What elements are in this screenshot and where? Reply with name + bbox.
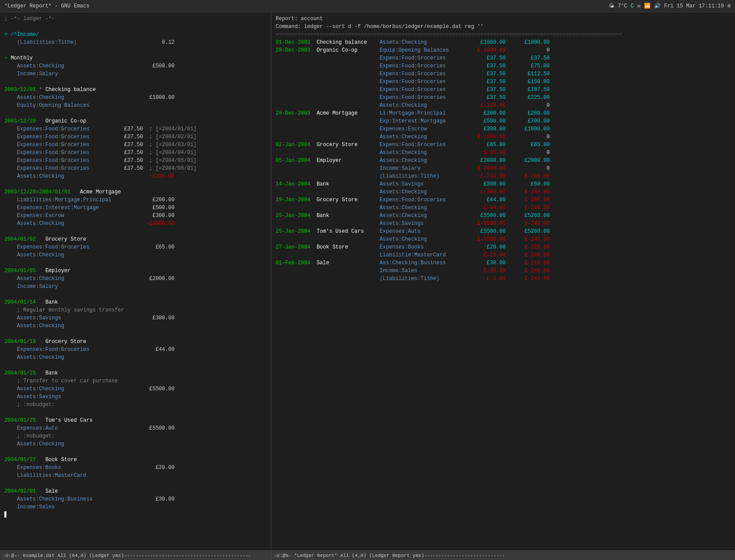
status-right: -U:@%- *Ledger Report* All (4,0) (Ledger… xyxy=(271,551,735,560)
datetime: Fri 15 Mar 17:11:19 xyxy=(664,3,724,9)
refresh-icon: C xyxy=(631,3,634,9)
temperature: 7°C xyxy=(618,3,627,9)
title-bar: *Ledger Report* - GNU Emacs 🌤 7°C C ✉ 📶 … xyxy=(0,0,735,12)
network-icon: 📶 xyxy=(644,3,651,9)
title-bar-title: *Ledger Report* - GNU Emacs xyxy=(4,3,89,9)
title-bar-right: 🌤 7°C C ✉ 📶 🔊 Fri 15 Mar 17:11:19 ⚙ xyxy=(609,3,731,9)
right-pane[interactable]: Report: account Command: ledger --sort d… xyxy=(271,12,735,550)
mail-icon: ✉ xyxy=(637,3,640,9)
status-left: -U:@-- example.dat All (64,0) (Ledger ya… xyxy=(0,551,271,560)
left-pane[interactable]: ; -*- ledger -*- = /^Income/ (Liabilitie… xyxy=(0,12,271,550)
volume-icon: 🔊 xyxy=(654,3,661,9)
settings-icon[interactable]: ⚙ xyxy=(728,3,731,9)
weather-icon: 🌤 xyxy=(609,3,614,9)
status-bar: -U:@-- example.dat All (64,0) (Ledger ya… xyxy=(0,550,735,560)
main-content: ; -*- ledger -*- = /^Income/ (Liabilitie… xyxy=(0,12,735,550)
